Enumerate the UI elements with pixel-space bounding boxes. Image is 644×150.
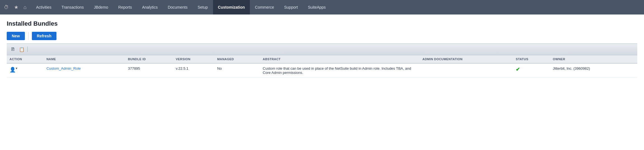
action-icon[interactable]: 👤▾ bbox=[10, 67, 17, 72]
table-row: 👤▾Custom_Admin_Role377895v.22.5.1NoCusto… bbox=[7, 63, 637, 78]
nav-item-jbdemo[interactable]: JBdemo bbox=[89, 0, 113, 14]
icon-toolbar-separator bbox=[27, 47, 28, 52]
table-header-row: ACTIONNAMEBUNDLE IDVERSIONMANAGEDABSTRAC… bbox=[7, 55, 637, 63]
name-cell: Custom_Admin_Role bbox=[44, 63, 125, 78]
col-header-bundle-id: BUNDLE ID bbox=[125, 55, 173, 63]
nav-item-setup[interactable]: Setup bbox=[193, 0, 213, 14]
history-icon[interactable]: ⏱ bbox=[2, 3, 11, 11]
nav-item-reports[interactable]: Reports bbox=[113, 0, 137, 14]
navbar-utility-icons: ⏱ ★ ⌂ bbox=[2, 3, 28, 11]
col-header-admin-documentation: ADMIN DOCUMENTATION bbox=[420, 55, 513, 63]
navbar: ⏱ ★ ⌂ ActivitiesTransactionsJBdemoReport… bbox=[0, 0, 644, 14]
nav-item-commerce[interactable]: Commerce bbox=[250, 0, 279, 14]
toolbar-divider bbox=[28, 32, 29, 40]
page-content: Installed Bundles New Refresh 🖹 📋 ACTION… bbox=[0, 14, 644, 78]
table-body: 👤▾Custom_Admin_Role377895v.22.5.1NoCusto… bbox=[7, 63, 637, 78]
bundle-name-link[interactable]: Custom_Admin_Role bbox=[46, 66, 81, 71]
new-button[interactable]: New bbox=[7, 32, 25, 40]
status-cell: ✔ bbox=[513, 63, 550, 78]
col-header-action: ACTION bbox=[7, 55, 44, 63]
home-icon[interactable]: ⌂ bbox=[22, 3, 28, 11]
version-cell: v.22.5.1 bbox=[173, 63, 214, 78]
nav-item-customization[interactable]: Customization bbox=[213, 0, 250, 14]
bundle-id-cell: 377895 bbox=[125, 63, 173, 78]
nav-item-transactions[interactable]: Transactions bbox=[56, 0, 89, 14]
col-header-abstract: ABSTRACT bbox=[260, 55, 420, 63]
owner-cell: Jitterbit, Inc. (3960982) bbox=[550, 63, 637, 78]
col-header-version: VERSION bbox=[173, 55, 214, 63]
col-header-managed: MANAGED bbox=[214, 55, 260, 63]
col-header-status: STATUS bbox=[513, 55, 550, 63]
abstract-cell: Custom role that can be used in place of… bbox=[260, 63, 420, 78]
icon-toolbar: 🖹 📋 bbox=[7, 43, 637, 55]
col-header-owner: OWNER bbox=[550, 55, 637, 63]
page-title: Installed Bundles bbox=[7, 20, 637, 27]
star-icon[interactable]: ★ bbox=[12, 3, 20, 11]
nav-item-activities[interactable]: Activities bbox=[31, 0, 56, 14]
action-cell: 👤▾ bbox=[7, 63, 44, 78]
export-excel-icon[interactable]: 📋 bbox=[18, 45, 26, 53]
refresh-button[interactable]: Refresh bbox=[32, 32, 56, 40]
nav-item-documents[interactable]: Documents bbox=[163, 0, 193, 14]
nav-item-analytics[interactable]: Analytics bbox=[137, 0, 163, 14]
installed-bundles-table: ACTIONNAMEBUNDLE IDVERSIONMANAGEDABSTRAC… bbox=[7, 55, 637, 78]
nav-items: ActivitiesTransactionsJBdemoReportsAnaly… bbox=[31, 0, 331, 14]
col-header-name: NAME bbox=[44, 55, 125, 63]
managed-cell: No bbox=[214, 63, 260, 78]
nav-item-suiteapps[interactable]: SuiteApps bbox=[303, 0, 331, 14]
export-text-icon[interactable]: 🖹 bbox=[9, 45, 17, 53]
nav-item-support[interactable]: Support bbox=[279, 0, 303, 14]
status-check: ✔ bbox=[516, 67, 520, 72]
admin-doc-cell bbox=[420, 63, 513, 78]
toolbar: New Refresh bbox=[7, 32, 637, 40]
